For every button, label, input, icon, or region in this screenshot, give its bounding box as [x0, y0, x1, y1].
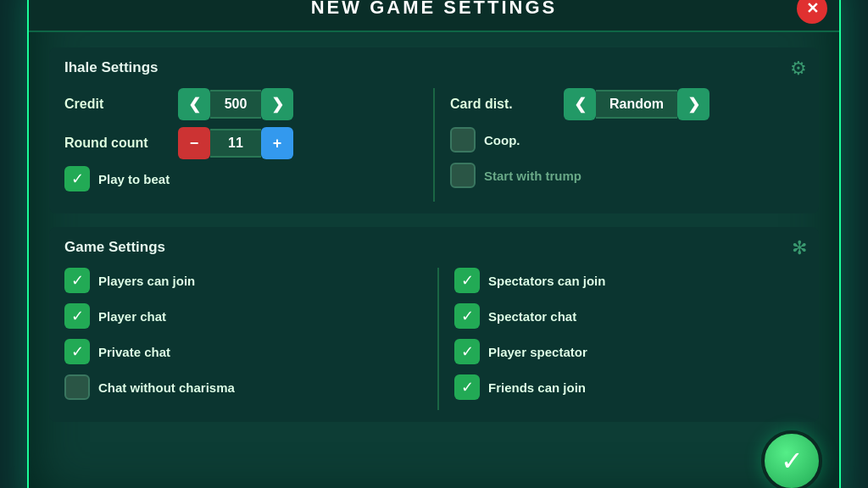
ihale-settings-columns: Credit ❮ 500 ❯ Round count − 11 — [64, 88, 804, 202]
game-left-checkbox-2[interactable]: ✓ — [64, 339, 90, 364]
game-right-label-3: Friends can join — [488, 380, 586, 395]
game-settings-left-col: ✓Players can join✓Player chat✓Private ch… — [64, 268, 422, 410]
game-right-item-3: ✓Friends can join — [454, 374, 804, 400]
coop-label: Coop. — [484, 133, 520, 147]
game-right-label-2: Player spectator — [488, 345, 587, 359]
new-game-settings-modal: NEW GAME SETTINGS ✕ ⚙ Ihale Settings Cre… — [27, 0, 841, 488]
credit-row: Credit ❮ 500 ❯ — [64, 88, 418, 120]
game-gear-icon[interactable]: ✻ — [792, 237, 807, 259]
ihale-settings-section: ⚙ Ihale Settings Credit ❮ 500 ❯ — [49, 47, 819, 214]
modal-title: NEW GAME SETTINGS — [311, 0, 558, 18]
coop-row: Coop. — [450, 127, 804, 152]
round-count-row: Round count − 11 + — [64, 127, 418, 159]
start-with-trump-checkbox[interactable] — [450, 163, 476, 188]
round-count-stepper: − 11 + — [178, 127, 293, 159]
game-left-checkbox-3[interactable] — [64, 374, 90, 400]
play-to-beat-checkbox[interactable]: ✓ — [64, 166, 90, 191]
game-left-checkbox-1[interactable]: ✓ — [64, 303, 90, 329]
card-dist-value: Random — [596, 90, 677, 119]
start-with-trump-label: Start with trump — [484, 169, 581, 183]
ihale-gear-icon[interactable]: ⚙ — [790, 58, 807, 80]
game-settings-section: ✻ Game Settings ✓Players can join✓Player… — [49, 227, 819, 422]
game-right-checkbox-3[interactable]: ✓ — [454, 374, 480, 400]
game-right-item-0: ✓Spectators can join — [454, 268, 804, 293]
game-settings-right-col: ✓Spectators can join✓Spectator chat✓Play… — [454, 268, 804, 410]
modal-header: NEW GAME SETTINGS ✕ — [29, 0, 839, 32]
game-right-item-2: ✓Player spectator — [454, 339, 804, 364]
game-left-label-1: Player chat — [98, 309, 166, 324]
ihale-section-title: Ihale Settings — [64, 59, 804, 76]
confirm-button[interactable]: ✓ — [761, 430, 822, 488]
game-section-title: Game Settings — [64, 239, 804, 256]
credit-value: 500 — [210, 90, 261, 119]
game-right-item-1: ✓Spectator chat — [454, 303, 804, 329]
credit-decrement-button[interactable]: ❮ — [178, 88, 210, 120]
game-left-checkbox-0[interactable]: ✓ — [64, 268, 90, 293]
game-left-label-0: Players can join — [98, 274, 195, 288]
game-left-label-3: Chat without charisma — [98, 380, 235, 395]
game-settings-grid: ✓Players can join✓Player chat✓Private ch… — [64, 268, 804, 410]
modal-body: ⚙ Ihale Settings Credit ❮ 500 ❯ — [29, 32, 839, 488]
play-to-beat-label: Play to beat — [98, 172, 170, 186]
game-right-label-1: Spectator chat — [488, 309, 576, 324]
ihale-left-col: Credit ❮ 500 ❯ Round count − 11 — [64, 88, 418, 202]
round-count-decrement-button[interactable]: − — [178, 127, 210, 159]
game-left-item-3: Chat without charisma — [64, 374, 414, 400]
round-count-label: Round count — [64, 136, 166, 151]
play-to-beat-row: ✓ Play to beat — [64, 166, 418, 191]
game-left-item-2: ✓Private chat — [64, 339, 414, 364]
card-dist-label: Card dist. — [450, 97, 552, 112]
game-left-item-1: ✓Player chat — [64, 303, 414, 329]
credit-stepper: ❮ 500 ❯ — [178, 88, 293, 120]
card-dist-prev-button[interactable]: ❮ — [564, 88, 596, 120]
game-left-label-2: Private chat — [98, 345, 170, 359]
card-dist-stepper: ❮ Random ❯ — [564, 88, 709, 120]
coop-checkbox[interactable] — [450, 127, 476, 152]
round-count-increment-button[interactable]: + — [261, 127, 293, 159]
round-count-value: 11 — [210, 129, 261, 158]
ihale-right-col: Card dist. ❮ Random ❯ Coop. — [450, 88, 804, 202]
close-button[interactable]: ✕ — [797, 0, 827, 24]
credit-label: Credit — [64, 97, 166, 112]
game-left-item-0: ✓Players can join — [64, 268, 414, 293]
game-right-checkbox-0[interactable]: ✓ — [454, 268, 480, 293]
game-right-checkbox-1[interactable]: ✓ — [454, 303, 480, 329]
start-with-trump-row: Start with trump — [450, 163, 804, 188]
game-right-checkbox-2[interactable]: ✓ — [454, 339, 480, 364]
game-right-label-0: Spectators can join — [488, 274, 605, 288]
card-dist-row: Card dist. ❮ Random ❯ — [450, 88, 804, 120]
credit-increment-button[interactable]: ❯ — [261, 88, 293, 120]
card-dist-next-button[interactable]: ❯ — [677, 88, 709, 120]
